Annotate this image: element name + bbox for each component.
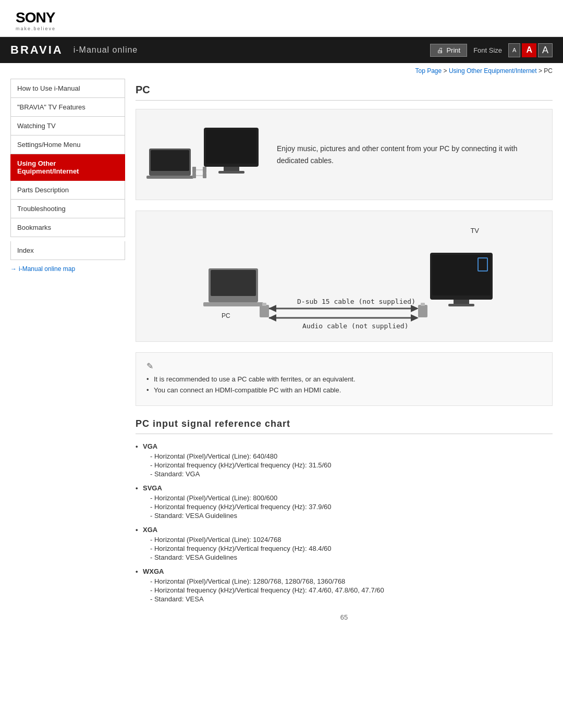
- main-layout: How to Use i-Manual "BRAVIA" TV Features…: [0, 79, 563, 642]
- chart-svga: SVGA Horizontal (Pixel)/Vertical (Line):…: [136, 484, 553, 520]
- chart-wxga-item-0: Horizontal (Pixel)/Vertical (Line): 1280…: [136, 577, 553, 585]
- chart-wxga: WXGA Horizontal (Pixel)/Vertical (Line):…: [136, 567, 553, 603]
- svg-rect-15: [203, 302, 263, 306]
- note-1: It is recommended to use a PC cable with…: [146, 375, 542, 383]
- svg-rect-5: [224, 167, 239, 171]
- chart-xga-item-2: Standard: VESA Guidelines: [136, 553, 553, 561]
- font-large-button[interactable]: A: [538, 43, 553, 57]
- chart-xga-name: XGA: [136, 526, 553, 534]
- description-box: Enjoy music, pictures and other content …: [136, 109, 553, 200]
- diagram-tv-label: TV: [470, 227, 479, 235]
- sidebar-item-how-to-use[interactable]: How to Use i-Manual: [10, 79, 125, 98]
- pc-tv-illustration: [146, 120, 261, 189]
- svg-rect-4: [206, 130, 256, 164]
- note-icon: ✎: [146, 361, 542, 371]
- chart-vga-item-2: Standard: VGA: [136, 470, 553, 478]
- notes-box: ✎ It is recommended to use a PC cable wi…: [136, 352, 553, 406]
- chart-xga-item-1: Horizontal frequency (kHz)/Vertical freq…: [136, 545, 553, 552]
- chart-vga-name: VGA: [136, 442, 553, 450]
- chart-svga-name: SVGA: [136, 484, 553, 492]
- sidebar: How to Use i-Manual "BRAVIA" TV Features…: [10, 79, 125, 632]
- breadcrumb-current: PC: [544, 67, 553, 75]
- illustration-svg: [146, 120, 261, 188]
- svg-rect-25: [418, 305, 427, 317]
- svg-marker-21: [411, 305, 419, 312]
- content: PC: [136, 79, 553, 632]
- chart-title: PC input signal reference chart: [136, 418, 553, 434]
- svg-marker-23: [268, 314, 276, 322]
- font-size-label: Font Size: [473, 46, 502, 54]
- print-label: Print: [446, 46, 460, 54]
- note-2: You can connect an HDMI-compatible PC wi…: [146, 386, 542, 394]
- svg-rect-11: [203, 173, 206, 178]
- chart-xga-item-0: Horizontal (Pixel)/Vertical (Line): 1024…: [136, 536, 553, 544]
- print-icon: 🖨: [437, 46, 444, 54]
- chart-svga-item-0: Horizontal (Pixel)/Vertical (Line): 800/…: [136, 494, 553, 502]
- nav-bar: BRAVIA i-Manual online 🖨 Print Font Size…: [0, 37, 563, 63]
- chart-wxga-name: WXGA: [136, 567, 553, 575]
- breadcrumb-sep2: >: [538, 67, 544, 75]
- sidebar-item-settings[interactable]: Settings/Home Menu: [10, 135, 125, 154]
- map-link-label: i-Manual online map: [19, 265, 75, 273]
- svg-text:D-sub 15 cable (not supplied): D-sub 15 cable (not supplied): [297, 298, 415, 305]
- page-title: PC: [136, 79, 553, 101]
- font-size-controls: A A A: [508, 43, 553, 57]
- svg-rect-2: [146, 176, 193, 179]
- sony-logo: SONY: [16, 9, 547, 26]
- chart-svga-item-2: Standard: VESA Guidelines: [136, 512, 553, 520]
- description-text: Enjoy music, pictures and other content …: [277, 143, 542, 166]
- cable-diagram-svg: PC: [193, 237, 495, 331]
- svg-rect-6: [218, 171, 244, 174]
- sidebar-item-watching-tv[interactable]: Watching TV: [10, 117, 125, 135]
- chart-vga-item-0: Horizontal (Pixel)/Vertical (Line): 640/…: [136, 452, 553, 460]
- chart-vga-item-1: Horizontal frequency (kHz)/Vertical freq…: [136, 461, 553, 469]
- svg-rect-18: [262, 303, 266, 306]
- chart-xga: XGA Horizontal (Pixel)/Vertical (Line): …: [136, 526, 553, 561]
- sidebar-item-bravia-features[interactable]: "BRAVIA" TV Features: [10, 98, 125, 117]
- breadcrumb-top[interactable]: Top Page: [415, 67, 442, 75]
- sidebar-item-bookmarks[interactable]: Bookmarks: [10, 218, 125, 237]
- chart-vga: VGA Horizontal (Pixel)/Vertical (Line): …: [136, 442, 553, 478]
- sidebar-item-troubleshooting[interactable]: Troubleshooting: [10, 200, 125, 218]
- svg-rect-10: [192, 173, 196, 178]
- sony-tagline: make.believe: [16, 26, 547, 31]
- print-button[interactable]: 🖨 Print: [430, 44, 467, 57]
- diagram-box: TV PC: [136, 211, 553, 342]
- svg-marker-24: [411, 314, 419, 322]
- sidebar-item-parts[interactable]: Parts Description: [10, 181, 125, 200]
- chart-wxga-item-1: Horizontal frequency (kHz)/Vertical freq…: [136, 586, 553, 594]
- svg-rect-7: [192, 167, 196, 173]
- svg-text:Audio cable (not supplied): Audio cable (not supplied): [302, 322, 409, 330]
- svg-rect-1: [151, 150, 189, 171]
- svg-rect-28: [432, 255, 491, 295]
- svg-rect-31: [448, 304, 474, 306]
- breadcrumb: Top Page > Using Other Equipment/Interne…: [0, 63, 563, 79]
- breadcrumb-section[interactable]: Using Other Equipment/Internet: [449, 67, 537, 75]
- sidebar-item-index[interactable]: Index: [10, 241, 125, 260]
- chart-svga-item-1: Horizontal frequency (kHz)/Vertical freq…: [136, 503, 553, 511]
- breadcrumb-sep1: >: [444, 67, 449, 75]
- chart-wxga-item-2: Standard: VESA: [136, 595, 553, 603]
- bravia-logo: BRAVIA: [10, 43, 63, 57]
- svg-rect-30: [454, 300, 469, 304]
- svg-rect-14: [211, 270, 256, 296]
- sidebar-map-link[interactable]: → i-Manual online map: [10, 260, 125, 278]
- diagram-svg-container: PC: [146, 237, 542, 331]
- sidebar-item-using-other[interactable]: Using Other Equipment/Internet: [10, 154, 125, 181]
- svg-rect-17: [260, 305, 269, 317]
- header: SONY make.believe: [0, 0, 563, 37]
- svg-rect-8: [203, 167, 206, 173]
- svg-marker-20: [268, 305, 276, 312]
- svg-text:PC: PC: [222, 312, 230, 319]
- font-small-button[interactable]: A: [508, 43, 520, 57]
- nav-title: i-Manual online: [74, 45, 138, 55]
- svg-rect-26: [421, 303, 425, 306]
- arrow-right-icon: →: [10, 265, 17, 273]
- font-medium-button[interactable]: A: [522, 43, 536, 57]
- page-number: 65: [136, 613, 553, 632]
